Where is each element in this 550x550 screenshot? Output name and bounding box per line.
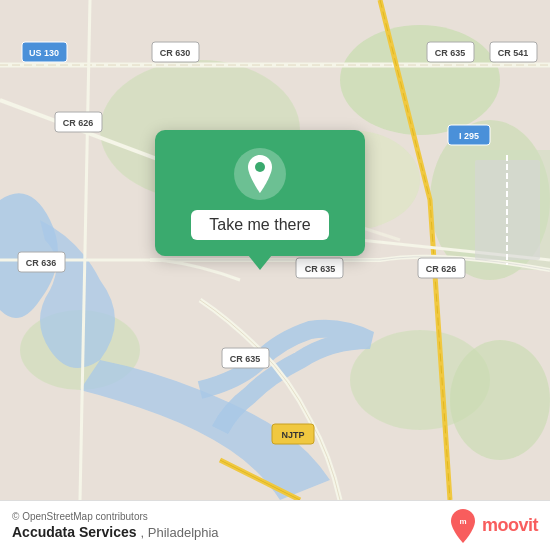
- popup-label: Take me there: [191, 210, 328, 240]
- map-container: US 130 CR 630 CR 635 CR 541 CR 626 I 295…: [0, 0, 550, 500]
- svg-point-40: [255, 162, 265, 172]
- location-city: , Philadelphia: [141, 525, 219, 540]
- popup-icon-circle: [234, 148, 286, 200]
- svg-text:CR 630: CR 630: [160, 48, 191, 58]
- svg-text:m: m: [459, 517, 466, 526]
- svg-text:CR 541: CR 541: [498, 48, 529, 58]
- attribution-text: © OpenStreetMap contributors: [12, 511, 219, 522]
- location-info: © OpenStreetMap contributors Accudata Se…: [12, 511, 219, 540]
- svg-text:I 295: I 295: [459, 131, 479, 141]
- location-name: Accudata Services: [12, 524, 137, 540]
- svg-text:CR 636: CR 636: [26, 258, 57, 268]
- svg-point-8: [450, 340, 550, 460]
- svg-text:NJTP: NJTP: [281, 430, 304, 440]
- svg-text:US 130: US 130: [29, 48, 59, 58]
- svg-text:CR 626: CR 626: [63, 118, 94, 128]
- bottom-bar: © OpenStreetMap contributors Accudata Se…: [0, 500, 550, 550]
- svg-text:CR 635: CR 635: [305, 264, 336, 274]
- svg-text:CR 626: CR 626: [426, 264, 457, 274]
- moovit-brand: m moovit: [448, 509, 538, 543]
- svg-text:CR 635: CR 635: [230, 354, 261, 364]
- moovit-brand-text: moovit: [482, 515, 538, 536]
- moovit-pin-icon: m: [448, 509, 478, 543]
- svg-text:CR 635: CR 635: [435, 48, 466, 58]
- svg-point-1: [340, 25, 500, 135]
- location-pin-icon: [244, 155, 276, 193]
- take-me-there-popup[interactable]: Take me there: [155, 130, 365, 256]
